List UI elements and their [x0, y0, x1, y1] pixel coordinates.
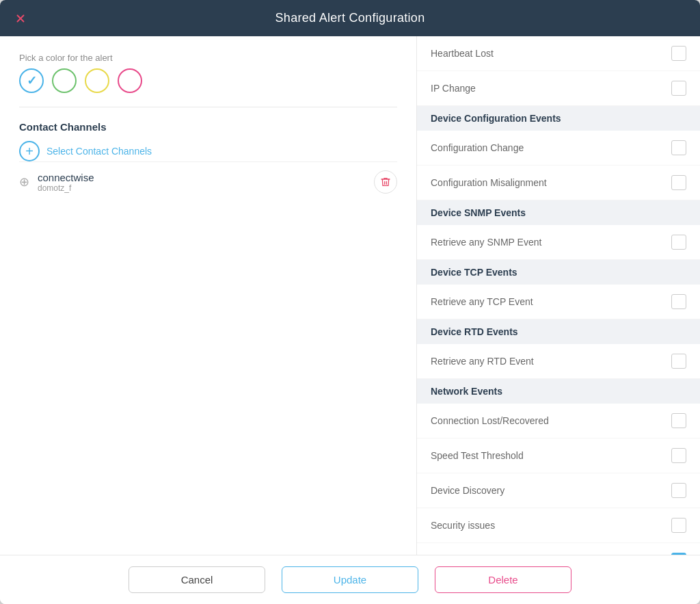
color-picker-label: Pick a color for the alert — [19, 53, 397, 63]
modal-body: Pick a color for the alert ✓ Contact Cha… — [0, 36, 700, 555]
color-swatch-green[interactable] — [52, 68, 77, 93]
channel-item: ⊕ connectwise domotz_f — [19, 161, 397, 202]
event-row-ip-change: IP Change — [417, 71, 700, 106]
cancel-button[interactable]: Cancel — [129, 566, 265, 593]
event-row-heartbeat: Heartbeat Lost — [417, 36, 700, 71]
color-swatch-blue[interactable]: ✓ — [19, 68, 44, 93]
section-header-network: Network Events — [417, 379, 700, 404]
add-icon: + — [19, 141, 40, 161]
event-row-speed-test: Speed Test Threshold — [417, 438, 700, 473]
modal-footer: Cancel Update Delete — [0, 555, 700, 604]
checkbox-config-change[interactable] — [671, 140, 686, 155]
color-swatch-yellow[interactable] — [85, 68, 109, 93]
section-header-rtd: Device RTD Events — [417, 319, 700, 344]
checkbox-config-misalignment[interactable] — [671, 175, 686, 190]
event-label-ip-change: IP Change — [431, 83, 476, 94]
modal-header: Shared Alert Configuration — [0, 0, 700, 36]
event-label-snmp: Retrieve any SNMP Event — [431, 237, 541, 248]
event-row-feature-discovery: Feature Discovery — [417, 543, 700, 555]
event-row-tcp: Retrieve any TCP Event — [417, 285, 700, 319]
checkmark-blue: ✓ — [27, 73, 37, 88]
section-header-tcp: Device TCP Events — [417, 260, 700, 285]
section-header-snmp: Device SNMP Events — [417, 200, 700, 225]
event-row-connection-lost: Connection Lost/Recovered — [417, 404, 700, 438]
checkbox-rtd[interactable] — [671, 354, 686, 369]
checkbox-snmp[interactable] — [671, 235, 686, 250]
channel-text: connectwise domotz_f — [38, 172, 94, 193]
right-panel: Heartbeat Lost IP Change Device Configur… — [417, 36, 700, 555]
modal-title: Shared Alert Configuration — [275, 11, 425, 25]
event-label-connection-lost: Connection Lost/Recovered — [431, 415, 549, 426]
event-row-config-change: Configuration Change — [417, 131, 700, 166]
event-label-config-change: Configuration Change — [431, 142, 524, 153]
checkbox-ip-change[interactable] — [671, 81, 686, 96]
divider — [19, 107, 397, 107]
event-row-rtd: Retrieve any RTD Event — [417, 344, 700, 379]
checkbox-security-issues[interactable] — [671, 518, 686, 533]
event-label-device-discovery: Device Discovery — [431, 485, 504, 496]
event-row-device-discovery: Device Discovery — [417, 473, 700, 508]
update-button[interactable]: Update — [282, 566, 418, 593]
modal-container: Shared Alert Configuration Pick a color … — [0, 0, 700, 604]
channel-info: ⊕ connectwise domotz_f — [19, 172, 94, 193]
add-channel-button[interactable]: + Select Contact Channels — [19, 141, 152, 161]
checkbox-device-discovery[interactable] — [671, 483, 686, 498]
color-swatches: ✓ — [19, 68, 397, 93]
event-row-config-misalignment: Configuration Misalignment — [417, 166, 700, 200]
event-label-heartbeat: Heartbeat Lost — [431, 48, 494, 59]
checkbox-speed-test[interactable] — [671, 448, 686, 463]
delete-button[interactable]: Delete — [435, 566, 571, 593]
channel-icon: ⊕ — [19, 174, 29, 189]
event-label-tcp: Retrieve any TCP Event — [431, 296, 533, 307]
checkbox-heartbeat[interactable] — [671, 46, 686, 61]
channel-sub: domotz_f — [38, 183, 94, 193]
event-row-snmp: Retrieve any SNMP Event — [417, 225, 700, 260]
event-row-security-issues: Security issues — [417, 508, 700, 543]
close-button[interactable] — [11, 9, 30, 28]
channel-name: connectwise — [38, 172, 94, 183]
checkbox-connection-lost[interactable] — [671, 413, 686, 428]
color-swatch-pink[interactable] — [118, 68, 142, 93]
contact-channels-section: Contact Channels + Select Contact Channe… — [19, 121, 397, 202]
checkbox-tcp[interactable] — [671, 294, 686, 309]
event-label-security-issues: Security issues — [431, 520, 495, 531]
event-label-rtd: Retrieve any RTD Event — [431, 356, 534, 367]
section-header-device-config: Device Configuration Events — [417, 106, 700, 131]
event-label-speed-test: Speed Test Threshold — [431, 450, 524, 461]
contact-channels-label: Contact Channels — [19, 121, 397, 133]
left-panel: Pick a color for the alert ✓ Contact Cha… — [0, 36, 417, 555]
add-channel-label: Select Contact Channels — [46, 146, 152, 157]
event-label-config-misalignment: Configuration Misalignment — [431, 177, 547, 188]
delete-channel-button[interactable] — [374, 170, 397, 194]
color-picker-section: Pick a color for the alert ✓ — [19, 53, 397, 93]
